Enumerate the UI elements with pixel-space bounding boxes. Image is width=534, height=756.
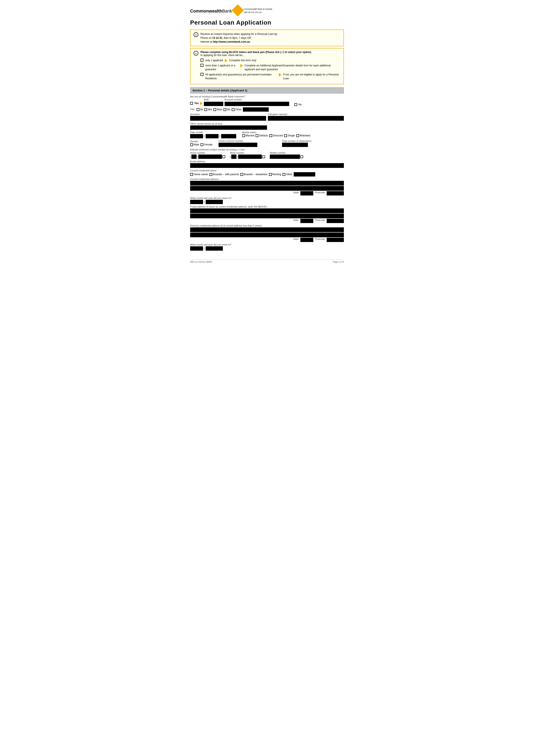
option1-checkbox[interactable] (200, 59, 203, 62)
other-title-input[interactable] (243, 107, 269, 112)
email-input[interactable] (190, 163, 344, 168)
surname-input[interactable] (190, 116, 266, 121)
slash1: / (204, 134, 205, 138)
home-owner-option: Home owner (190, 173, 208, 176)
work-number[interactable] (238, 154, 262, 159)
male-checkbox[interactable] (190, 143, 193, 146)
current-state-input[interactable] (300, 191, 313, 196)
option3-arrow-icon (279, 73, 281, 76)
current-addr-input2[interactable] (190, 186, 344, 191)
home-preferred-checkbox[interactable] (222, 155, 225, 158)
bank-name: CommonwealthBank (190, 9, 232, 13)
no-checkbox[interactable] (294, 103, 297, 106)
other-status-checkbox[interactable] (283, 173, 285, 176)
prev-postcode-input[interactable] (327, 238, 344, 242)
mr-checkbox[interactable] (196, 108, 199, 111)
mr-label: Mr (200, 108, 203, 111)
defacto-checkbox[interactable] (256, 134, 258, 137)
dob-year[interactable] (221, 134, 236, 138)
postal-label: Postal address (if same as current resid… (190, 205, 344, 208)
prev-move-in-year[interactable] (206, 246, 223, 251)
home-number[interactable] (198, 154, 222, 159)
dependants-label: Total number of dependants (282, 140, 344, 142)
dependants-input[interactable] (282, 143, 308, 147)
marital-label: Marital status (242, 131, 344, 134)
mobile-preferred-checkbox[interactable] (300, 155, 303, 158)
divorced-checkbox[interactable] (269, 134, 272, 137)
bank-sub2: ABN 48 123 123 124 (244, 11, 272, 14)
account-input[interactable] (225, 102, 289, 106)
renting-checkbox[interactable] (269, 173, 272, 176)
title-section: Title Mr Mrs Miss Ms Other (190, 107, 344, 112)
work-preferred-checkbox[interactable] (262, 155, 265, 158)
info-line1: Receive an instant response when applyin… (200, 32, 278, 36)
mrs-checkbox[interactable] (204, 108, 207, 111)
home-area[interactable] (191, 154, 196, 159)
prev-move-in-month[interactable] (190, 246, 203, 251)
other-status-input[interactable] (294, 172, 315, 176)
drivers-input[interactable] (218, 143, 257, 147)
other-checkbox[interactable] (232, 108, 235, 111)
other-names-input[interactable] (190, 125, 267, 130)
prev-state-input[interactable] (300, 238, 313, 242)
option3-action: If not, you are not eligible to apply fo… (283, 73, 341, 80)
work-area[interactable] (231, 154, 237, 159)
existing-customer-label: Are you an existing Commonwealth Bank cu… (190, 95, 344, 98)
option3-text: All applicant(s) and guarantor(s) are pe… (205, 73, 277, 80)
page-number: Page 1 of 4 (333, 261, 344, 263)
prev-move-in-fields: / (190, 246, 344, 251)
email-section: Email address (190, 160, 344, 168)
info-icon-1: i (193, 32, 198, 37)
move-in-year[interactable] (206, 200, 223, 204)
account-label: Account number (225, 98, 289, 101)
married-checkbox[interactable] (242, 134, 245, 137)
page-header: CommonwealthBank Commonwealth Bank of Au… (190, 7, 344, 15)
bsb-account-row: Yes BSB Account number No (190, 98, 344, 106)
current-addr-label: Current residential address (190, 178, 344, 180)
name-section: Surname Full given name(s) (190, 113, 344, 121)
info-line3: Internet at http://www.commbank.com.au (200, 40, 278, 44)
home-owner-label: Home owner (193, 173, 208, 176)
bsb-input[interactable] (204, 102, 223, 106)
current-postcode-input[interactable] (327, 191, 344, 196)
female-checkbox[interactable] (200, 143, 203, 146)
ms-checkbox[interactable] (223, 108, 226, 111)
move-in-month[interactable] (190, 200, 203, 204)
option2-checkbox[interactable] (200, 64, 203, 67)
mobile-number[interactable] (270, 154, 300, 159)
prev-addr-input1[interactable] (190, 228, 344, 232)
option1-arrow-icon (225, 59, 227, 62)
divorced-label: Divorced (273, 134, 283, 137)
widowed-checkbox[interactable] (296, 134, 299, 137)
male-option: Male (190, 143, 199, 146)
slash-move: / (204, 200, 205, 204)
state-label: State (293, 191, 299, 195)
home-owner-checkbox[interactable] (190, 173, 193, 176)
res-status-label: Current residential status (190, 169, 344, 172)
miss-checkbox[interactable] (214, 108, 216, 111)
option2-action: Complete an Additional Applicant/Guarant… (244, 64, 341, 71)
contact-section: Indicate preferred contact number by tic… (190, 148, 344, 159)
option3-checkbox[interactable] (200, 73, 203, 76)
surname-label: Surname (190, 113, 266, 116)
boarder-else-checkbox[interactable] (240, 173, 243, 176)
postal-input2[interactable] (190, 214, 344, 218)
postal-postcode-label: Postcode (315, 219, 325, 223)
dob-month[interactable] (206, 134, 218, 138)
dob-day[interactable] (190, 134, 203, 138)
other-label: Other (235, 108, 242, 111)
yes-checkbox[interactable] (190, 102, 193, 105)
single-checkbox[interactable] (284, 134, 287, 137)
postal-input1[interactable] (190, 208, 344, 213)
given-name-input[interactable] (268, 116, 344, 121)
home-label: Home number (190, 151, 225, 154)
boarder-parents-checkbox[interactable] (210, 173, 212, 176)
mobile-label: Mobile number (270, 151, 303, 154)
gender-label: Gender (190, 140, 213, 143)
postal-state-input[interactable] (300, 219, 313, 223)
option2-text: more than 1 applicant or a guarantor (205, 64, 239, 71)
prev-addr-input2[interactable] (190, 232, 344, 237)
info-box-phone: i Receive an instant response when apply… (190, 30, 344, 46)
current-addr-input1[interactable] (190, 181, 344, 186)
postal-postcode-input[interactable] (327, 219, 344, 223)
